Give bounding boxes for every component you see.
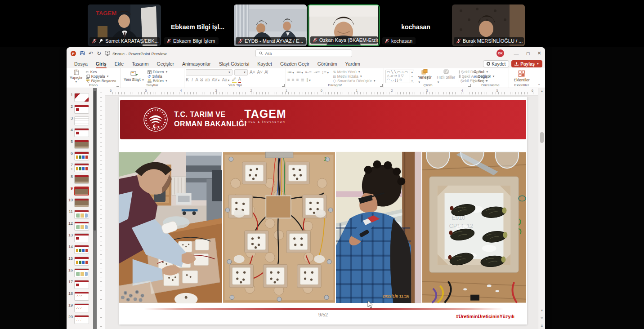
font-size-combo[interactable]: ▼: [234, 69, 248, 76]
search-box[interactable]: [255, 49, 352, 57]
layout-button[interactable]: Düzen▼: [148, 70, 168, 74]
slide-thumbnail-panel[interactable]: 1 2: [67, 88, 93, 329]
next-slide-button-icon[interactable]: ⇊: [538, 324, 545, 328]
section-button[interactable]: Bölüm▼: [148, 79, 168, 83]
scroll-down-arrow-icon[interactable]: ▼: [538, 309, 545, 312]
slide-thumbnail-row[interactable]: 10: [67, 197, 93, 209]
ribbon-tab[interactable]: Gözden Geçir: [276, 60, 313, 68]
decrease-indent-button[interactable]: ⇤≡: [305, 70, 312, 75]
addins-button[interactable]: Eklentiler: [510, 69, 533, 83]
slide-thumbnail[interactable]: [74, 198, 89, 207]
previous-slide-button-icon[interactable]: ⇈: [538, 316, 545, 320]
reset-button[interactable]: ↺Sıfırla: [148, 74, 168, 79]
slide-thumbnail-row[interactable]: 19: [67, 302, 93, 314]
replace-button[interactable]: ⇄Değiştir▼: [474, 74, 507, 79]
start-slideshow-icon[interactable]: [105, 51, 110, 57]
thumbnail-panel-scrollbar[interactable]: [93, 88, 97, 329]
slide-thumbnail-row[interactable]: 3: [67, 115, 93, 127]
maximize-button[interactable]: ▢: [523, 49, 532, 58]
align-center-button[interactable]: ≡: [292, 78, 295, 82]
vertical-scrollbar[interactable]: ▲ ▼ ⇈ ⇊: [538, 88, 545, 329]
record-button[interactable]: Kaydet: [483, 60, 509, 67]
font-dialog-launcher[interactable]: [282, 84, 285, 87]
close-button[interactable]: ✕: [535, 49, 544, 58]
slide-thumbnail-row[interactable]: 5: [67, 138, 93, 150]
drawing-dialog-launcher[interactable]: [468, 84, 471, 87]
slide-thumbnail-row[interactable]: 14: [67, 244, 93, 255]
clear-formatting-button[interactable]: A̸: [264, 70, 268, 75]
undo-icon[interactable]: ↶: [89, 51, 93, 56]
search-input[interactable]: [265, 51, 349, 56]
participant-tile-kochasan[interactable]: kochasan kochasan: [380, 4, 451, 46]
slide-thumbnail-row[interactable]: 12: [67, 220, 93, 232]
ribbon-tab[interactable]: Slayt Gösterisi: [215, 60, 254, 68]
text-direction-button[interactable]: ⇅Metin Yönü▼: [333, 70, 376, 74]
ribbon-tab[interactable]: Kaydet: [253, 60, 276, 68]
slide-thumbnail[interactable]: [74, 187, 89, 196]
ribbon-tab[interactable]: Dosya: [70, 60, 92, 68]
change-case-button[interactable]: Aa▼: [222, 78, 230, 82]
slide-thumbnail[interactable]: [74, 233, 89, 242]
new-slide-button[interactable]: Yeni Slayt ▼: [122, 69, 146, 83]
slide-thumbnail[interactable]: [74, 93, 89, 102]
highlight-color-button[interactable]: 🖉: [232, 77, 237, 83]
slide-thumbnail-row[interactable]: 9: [67, 185, 93, 197]
ribbon-tab[interactable]: Yardım: [341, 60, 364, 68]
slide-thumbnail[interactable]: [74, 280, 89, 289]
numbering-button[interactable]: ≕▼: [296, 70, 304, 75]
bold-button[interactable]: K: [186, 78, 189, 82]
slide-thumbnail[interactable]: [74, 163, 89, 172]
thumbnail-scrollbar-thumb[interactable]: [94, 91, 96, 231]
slide-thumbnail[interactable]: [74, 116, 89, 125]
slide-thumbnail-row[interactable]: 7 ✶: [67, 162, 93, 173]
slide-thumbnail-row[interactable]: 1: [67, 92, 93, 103]
participant-tile-ozkan-active-speaker[interactable]: Ozkan Kaya (BKAEM-Erzinc...: [308, 4, 380, 46]
slide-thumbnail-row[interactable]: 13: [67, 232, 93, 244]
slide-thumbnail[interactable]: [74, 292, 89, 301]
shapes-gallery-scroll[interactable]: ▲▼▼: [410, 70, 414, 83]
scrollbar-thumb[interactable]: [540, 132, 544, 143]
slide-thumbnail[interactable]: [74, 268, 89, 277]
save-icon[interactable]: [80, 50, 85, 57]
slide-9[interactable]: T.C. TARIM VE ORMAN BAKANLIĞI TAGEM ARGE…: [119, 97, 527, 325]
justify-button[interactable]: ≣: [301, 78, 304, 82]
strikethrough-button[interactable]: S: [200, 78, 203, 82]
select-button[interactable]: ▷Seç▼: [474, 79, 507, 83]
columns-button[interactable]: ∥▼: [306, 78, 311, 82]
align-left-button[interactable]: ≡: [287, 78, 290, 82]
ribbon-tab[interactable]: Geçişler: [152, 60, 178, 68]
quick-styles-button[interactable]: Hızlı Stiller ▼: [435, 69, 457, 84]
participant-tile-eydb[interactable]: EYDB - Murat AYVAZ / E...: [234, 4, 307, 46]
collapse-ribbon-chevron-icon[interactable]: ⌄: [537, 82, 541, 86]
cut-button[interactable]: ✂Kes: [86, 70, 116, 74]
account-avatar[interactable]: OK: [496, 49, 504, 57]
arrange-button[interactable]: Yerleştir ▼: [416, 69, 433, 84]
slide-thumbnail[interactable]: [74, 151, 89, 160]
shapes-gallery[interactable]: ▭╲╲▭○▭△▱⇒▯▽◠◡{}☆ ▲▼▼: [385, 70, 414, 83]
slide-thumbnail-row[interactable]: 17: [67, 279, 93, 290]
slide-thumbnail[interactable]: [74, 210, 89, 219]
slide-thumbnail[interactable]: [74, 245, 89, 254]
slide-thumbnail-row[interactable]: 16: [67, 267, 93, 279]
font-color-button[interactable]: A: [238, 77, 242, 83]
slide-thumbnail[interactable]: [74, 222, 89, 231]
font-name-combo[interactable]: ▼: [186, 69, 233, 76]
copy-button[interactable]: Kopyala▼: [86, 74, 116, 79]
bullets-button[interactable]: ≔▼: [287, 70, 295, 75]
line-spacing-button[interactable]: ↕≡▼: [322, 70, 329, 75]
slide-thumbnail-row[interactable]: 4: [67, 127, 93, 138]
ribbon-tab[interactable]: Giriş: [92, 60, 111, 68]
ribbon-tab[interactable]: Tasarım: [128, 60, 152, 68]
slide-thumbnail-row[interactable]: 20: [67, 314, 93, 325]
slide-thumbnail-row[interactable]: 6: [67, 150, 93, 162]
underline-button[interactable]: A: [195, 78, 198, 82]
redo-icon[interactable]: ↻: [97, 51, 101, 56]
slide-thumbnail-row[interactable]: 15: [67, 255, 93, 267]
slide-thumbnail[interactable]: [74, 105, 89, 114]
slide-thumbnail[interactable]: [74, 315, 89, 324]
grow-font-button[interactable]: A˄: [250, 70, 255, 75]
slide-thumbnail[interactable]: [74, 257, 89, 266]
slide-thumbnail-row[interactable]: 2: [67, 103, 93, 115]
shrink-font-button[interactable]: A˅: [257, 70, 263, 75]
clipboard-dialog-launcher[interactable]: [116, 84, 119, 87]
